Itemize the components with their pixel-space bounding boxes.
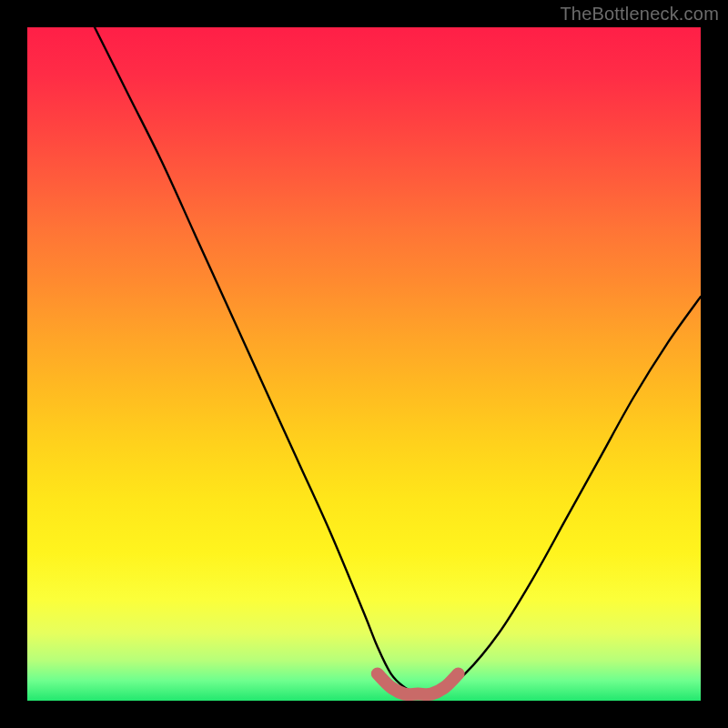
bottleneck-curve-path [95,27,701,695]
chart-stage: TheBottleneck.com [0,0,728,728]
plot-area [27,27,701,701]
curve-layer [27,27,701,701]
watermark-text: TheBottleneck.com [560,4,719,25]
optimal-zone-path [378,673,459,694]
